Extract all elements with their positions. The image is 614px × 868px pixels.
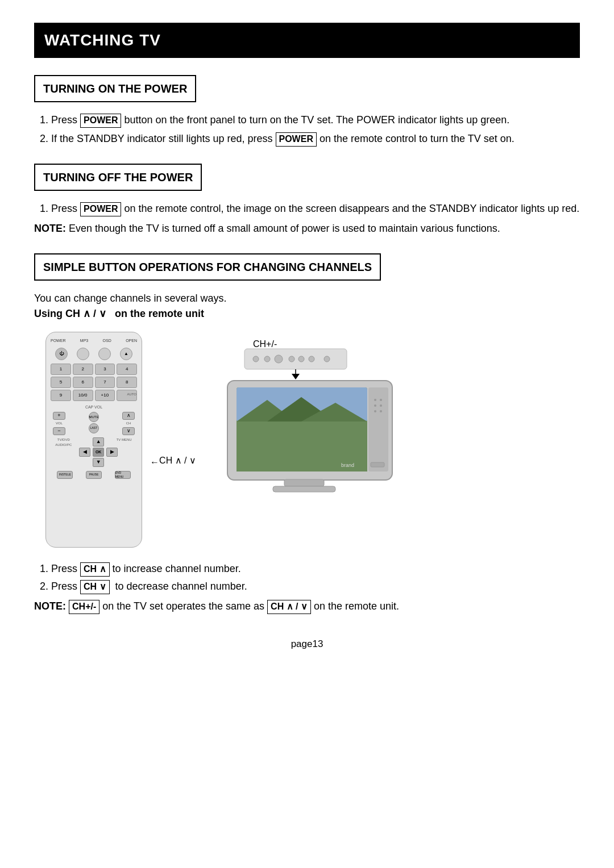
turning-on-item-2: If the STANDBY indicator still lights up… <box>51 131 580 147</box>
turning-off-item-1: Press POWER on the remote control, the i… <box>51 201 580 216</box>
svg-point-2 <box>264 356 270 362</box>
svg-marker-9 <box>292 374 300 379</box>
turning-on-item-1: Press POWER button on the front panel to… <box>51 112 580 128</box>
num-10[interactable]: 10/0 <box>73 390 93 401</box>
vol-down[interactable]: − <box>53 427 65 435</box>
vol-label: VOL <box>56 421 63 426</box>
channel-note-2: Press CH ∨ to decrease channel number. <box>51 579 580 594</box>
remote-bot-row: INSTELE PAUSE DVD MENU <box>51 471 137 479</box>
bottom-notes: Press CH ∧ to increase channel number. P… <box>34 561 580 614</box>
illustrations: POWER MP3 OSD OPEN ⏻ ▲ 1 2 3 4 <box>34 332 580 548</box>
remote-top-labels: POWER MP3 OSD OPEN <box>51 338 137 344</box>
svg-point-6 <box>309 356 314 362</box>
remote-control: POWER MP3 OSD OPEN ⏻ ▲ 1 2 3 4 <box>45 332 142 548</box>
ch-up-key: CH ∧ <box>80 562 110 577</box>
pause-btn[interactable]: PAUSE <box>86 471 102 479</box>
dpad-area: ▲ ◀ OK ▶ ▼ <box>79 437 109 467</box>
ch-up-btn[interactable]: ∧ <box>122 412 135 420</box>
remote-numpad: 1 2 3 4 5 6 7 8 9 10/0 +10 AUTO <box>51 364 137 401</box>
mute-btn[interactable]: MUTE <box>89 412 99 422</box>
dpad-down[interactable]: ▼ <box>93 458 104 467</box>
power-key-1: POWER <box>80 114 121 128</box>
vol-col: + VOL − <box>53 412 65 435</box>
dvdmenu-btn[interactable]: DVD MENU <box>115 471 131 479</box>
channel-note-bottom: NOTE: CH+/- on the TV set operates the s… <box>34 599 580 614</box>
label-osd: OSD <box>103 338 111 344</box>
section-channels: SIMPLE BUTTON OPERATIONS FOR CHANGING CH… <box>34 253 580 614</box>
num-5[interactable]: 5 <box>51 377 71 388</box>
svg-point-23 <box>380 404 382 407</box>
num-9[interactable]: 9 <box>51 390 71 401</box>
remote-vol-ch: + VOL − MUTE LAST ∧ CH ∨ <box>51 412 137 435</box>
vol-up[interactable]: + <box>53 412 65 420</box>
svg-point-3 <box>275 355 283 363</box>
turning-off-note: NOTE: Even though the TV is turned off a… <box>34 221 580 236</box>
auto-btn[interactable]: AUTO <box>117 390 137 401</box>
svg-point-5 <box>298 356 304 362</box>
tvdvd-btn[interactable]: TV/DVDAUDIO/PC <box>51 437 77 467</box>
power-key-2: POWER <box>276 132 317 147</box>
num-2[interactable]: 2 <box>73 364 93 375</box>
ch-down-key: CH ∨ <box>80 580 110 594</box>
label-power: POWER <box>51 338 65 344</box>
svg-rect-28 <box>273 486 335 492</box>
svg-point-20 <box>374 399 376 401</box>
dpad-ok[interactable]: OK <box>93 448 104 457</box>
svg-point-24 <box>374 410 376 412</box>
ch-arrows-key: CH ∧ / ∨ <box>267 600 311 614</box>
remote-container: POWER MP3 OSD OPEN ⏻ ▲ 1 2 3 4 <box>34 332 154 548</box>
remote-func-row: TV/DVDAUDIO/PC ▲ ◀ OK ▶ ▼ <box>51 437 137 467</box>
svg-text:brand: brand <box>341 462 354 468</box>
dpad-left[interactable]: ◀ <box>79 448 90 457</box>
page-title-bar: WATCHING TV <box>34 23 580 58</box>
svg-rect-0 <box>244 349 347 369</box>
ch-plus-label: CH+/- <box>253 337 277 351</box>
svg-rect-19 <box>368 387 388 471</box>
mp3-button[interactable] <box>77 348 89 360</box>
tv-container: CH+/- <box>210 337 404 501</box>
ch-down-btn[interactable]: ∨ <box>122 427 135 435</box>
channels-intro: You can change channels in several ways. <box>34 291 580 306</box>
num-plus10[interactable]: +10 <box>95 390 115 401</box>
ch-arrow-pointer: ← <box>150 456 159 469</box>
page-number: page13 <box>34 637 580 652</box>
svg-point-21 <box>380 399 382 401</box>
tvmenu-btn[interactable]: TV MENU <box>111 437 137 467</box>
svg-point-22 <box>374 404 376 407</box>
svg-rect-26 <box>371 462 384 467</box>
ch-col: ∧ CH ∨ <box>122 412 135 435</box>
turning-on-list: Press POWER button on the front panel to… <box>51 112 580 147</box>
section-turning-off: TURNING OFF THE POWER Press POWER on the… <box>34 164 580 236</box>
label-open: OPEN <box>126 338 137 344</box>
power-button[interactable]: ⏻ <box>55 348 68 360</box>
section-header-turning-off: TURNING OFF THE POWER <box>34 164 202 191</box>
channel-notes-list: Press CH ∧ to increase channel number. P… <box>51 561 580 594</box>
svg-point-1 <box>253 356 259 362</box>
cap-vol-label: CAP VOL <box>51 404 137 411</box>
svg-point-25 <box>380 410 382 412</box>
dpad-up[interactable]: ▲ <box>93 437 104 446</box>
section-header-turning-on: TURNING ON THE POWER <box>34 75 196 102</box>
osd-button[interactable] <box>98 348 111 360</box>
num-6[interactable]: 6 <box>73 377 93 388</box>
page-title: WATCHING TV <box>44 31 161 49</box>
channel-note-1: Press CH ∧ to increase channel number. <box>51 561 580 577</box>
instele-btn[interactable]: INSTELE <box>57 471 73 479</box>
using-ch-label: Using CH ∧ / ∨ on the remote unit <box>34 306 580 322</box>
tv-illustration: brand <box>210 337 404 496</box>
ch-label-small: CH <box>126 421 131 426</box>
num-3[interactable]: 3 <box>95 364 115 375</box>
power-key-3: POWER <box>80 202 121 216</box>
turning-off-list: Press POWER on the remote control, the i… <box>51 201 580 216</box>
num-1[interactable]: 1 <box>51 364 71 375</box>
num-7[interactable]: 7 <box>95 377 115 388</box>
ch-arrow-label: CH ∧ / ∨ <box>159 454 196 468</box>
svg-point-4 <box>289 356 294 362</box>
section-header-channels: SIMPLE BUTTON OPERATIONS FOR CHANGING CH… <box>34 253 381 281</box>
last-btn[interactable]: LAST <box>89 423 99 433</box>
num-4[interactable]: 4 <box>117 364 137 375</box>
dpad-empty-tl <box>79 437 92 446</box>
open-button[interactable]: ▲ <box>120 348 132 360</box>
remote-bottom: TV/DVDAUDIO/PC ▲ ◀ OK ▶ ▼ <box>51 437 137 479</box>
num-8[interactable]: 8 <box>117 377 137 388</box>
